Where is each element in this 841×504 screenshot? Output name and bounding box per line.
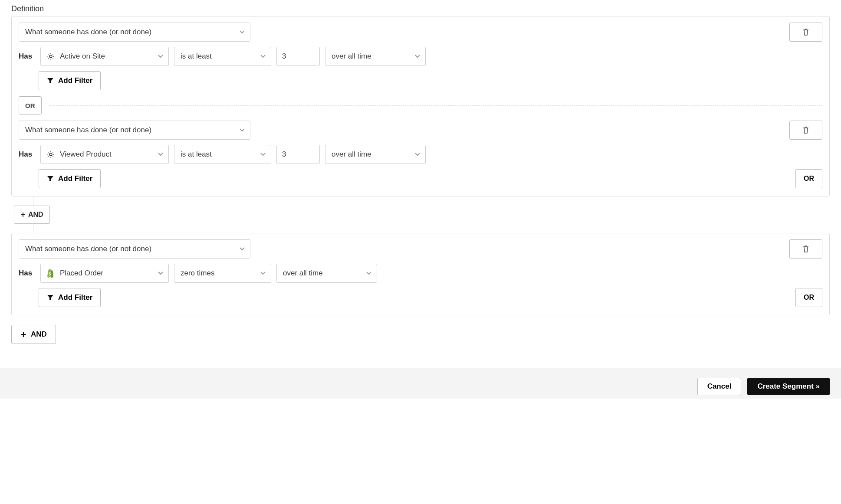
- cancel-button[interactable]: Cancel: [697, 378, 742, 395]
- timeframe-select[interactable]: over all time: [325, 145, 426, 164]
- add-filter-label: Add Filter: [58, 174, 92, 183]
- count-input[interactable]: [276, 145, 320, 164]
- chevron-down-icon: [415, 55, 420, 58]
- and-connector-chip[interactable]: AND: [14, 206, 50, 224]
- or-label: OR: [25, 102, 35, 109]
- timeframe-select[interactable]: over all time: [276, 264, 377, 283]
- chevron-down-icon: [260, 55, 266, 58]
- add-or-button[interactable]: OR: [795, 169, 822, 188]
- operator-label: zero times: [181, 269, 214, 278]
- condition-type-label: What someone has done (or not done): [25, 126, 151, 134]
- add-filter-label: Add Filter: [58, 76, 92, 85]
- delete-condition-button[interactable]: [789, 121, 822, 140]
- condition-type-select[interactable]: What someone has done (or not done): [19, 121, 250, 140]
- add-filter-button[interactable]: Add Filter: [39, 169, 101, 188]
- timeframe-label: over all time: [332, 52, 371, 61]
- footer-bar: Cancel Create Segment »: [0, 368, 841, 399]
- add-filter-button[interactable]: Add Filter: [39, 71, 101, 90]
- and-label: AND: [31, 330, 47, 339]
- create-segment-label: Create Segment »: [757, 382, 820, 391]
- section-heading: Definition: [11, 4, 830, 13]
- plus-icon: [20, 331, 26, 337]
- filter-icon: [47, 78, 54, 84]
- chevron-down-icon: [260, 153, 266, 156]
- add-filter-button[interactable]: Add Filter: [39, 288, 101, 307]
- chevron-down-icon: [240, 247, 245, 251]
- delete-condition-button[interactable]: [789, 23, 822, 42]
- has-label: Has: [19, 52, 33, 61]
- filter-icon: [47, 295, 54, 301]
- operator-label: is at least: [181, 150, 212, 159]
- chevron-down-icon: [260, 272, 266, 275]
- event-select[interactable]: Viewed Product: [40, 145, 169, 164]
- event-select[interactable]: Placed Order: [40, 264, 169, 283]
- condition-type-select[interactable]: What someone has done (or not done): [19, 23, 250, 42]
- operator-select[interactable]: is at least: [174, 47, 271, 66]
- has-label: Has: [19, 150, 33, 159]
- trash-icon: [802, 126, 809, 134]
- or-indicator: OR: [19, 96, 42, 115]
- filter-icon: [47, 176, 54, 182]
- condition-type-select[interactable]: What someone has done (or not done): [19, 239, 250, 259]
- add-or-button[interactable]: OR: [795, 288, 822, 307]
- event-label: Viewed Product: [60, 150, 112, 159]
- operator-select[interactable]: zero times: [174, 264, 271, 283]
- and-connector-area: AND: [11, 196, 830, 233]
- plus-icon: [20, 212, 26, 217]
- condition-group: What someone has done (or not done) Has …: [11, 16, 830, 196]
- timeframe-label: over all time: [332, 150, 371, 159]
- trash-icon: [802, 245, 809, 253]
- timeframe-label: over all time: [283, 269, 323, 278]
- event-label: Placed Order: [60, 269, 103, 278]
- divider-line: [49, 105, 823, 106]
- count-input[interactable]: [276, 47, 320, 66]
- operator-select[interactable]: is at least: [174, 145, 271, 164]
- has-label: Has: [19, 269, 33, 278]
- chevron-down-icon: [158, 153, 163, 156]
- condition-type-label: What someone has done (or not done): [25, 28, 151, 36]
- or-label: OR: [804, 175, 814, 183]
- shopify-icon: [47, 269, 55, 278]
- gear-icon: [47, 52, 55, 60]
- trash-icon: [802, 28, 809, 36]
- operator-label: is at least: [181, 52, 212, 61]
- event-label: Active on Site: [60, 52, 105, 61]
- chevron-down-icon: [415, 153, 420, 156]
- chevron-down-icon: [240, 30, 245, 34]
- add-filter-label: Add Filter: [58, 293, 92, 302]
- timeframe-select[interactable]: over all time: [325, 47, 426, 66]
- and-connector-label: AND: [28, 211, 43, 219]
- chevron-down-icon: [158, 55, 163, 58]
- gear-icon: [47, 151, 55, 158]
- chevron-down-icon: [240, 128, 245, 132]
- chevron-down-icon: [158, 272, 163, 275]
- create-segment-button[interactable]: Create Segment »: [747, 378, 830, 395]
- condition-type-label: What someone has done (or not done): [25, 245, 151, 253]
- condition-group: What someone has done (or not done) Has …: [11, 233, 830, 315]
- cancel-label: Cancel: [707, 382, 732, 391]
- chevron-down-icon: [366, 272, 371, 275]
- delete-condition-button[interactable]: [789, 239, 822, 259]
- add-and-button[interactable]: AND: [11, 325, 56, 344]
- event-select[interactable]: Active on Site: [40, 47, 169, 66]
- or-label: OR: [804, 294, 814, 301]
